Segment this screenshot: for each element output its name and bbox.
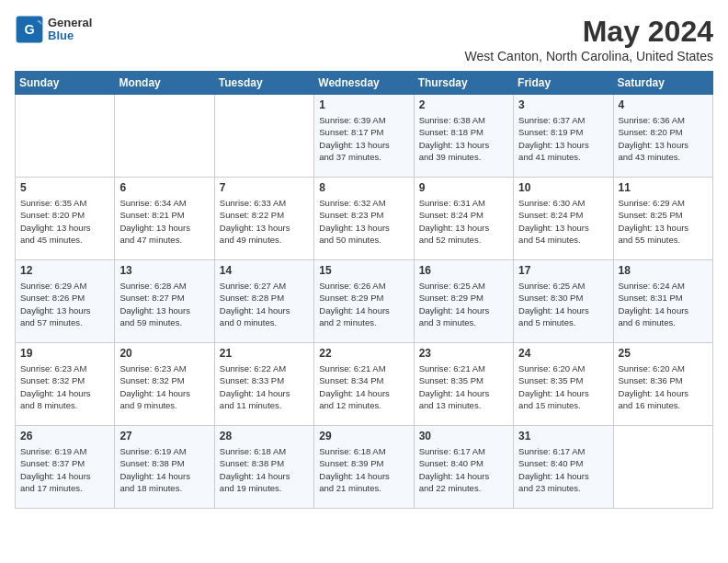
day-info: Sunrise: 6:36 AM Sunset: 8:20 PM Dayligh… [619, 114, 708, 163]
day-info: Sunrise: 6:26 AM Sunset: 8:29 PM Dayligh… [319, 280, 408, 328]
day-number: 18 [619, 264, 708, 277]
day-number: 5 [20, 181, 109, 194]
header-day-monday: Monday [115, 72, 214, 95]
day-info: Sunrise: 6:20 AM Sunset: 8:35 PM Dayligh… [518, 362, 608, 411]
day-info: Sunrise: 6:30 AM Sunset: 8:24 PM Dayligh… [518, 197, 608, 246]
calendar-cell: 7Sunrise: 6:33 AM Sunset: 8:22 PM Daylig… [214, 178, 313, 260]
day-info: Sunrise: 6:19 AM Sunset: 8:37 PM Dayligh… [20, 445, 109, 494]
day-number: 10 [518, 181, 608, 194]
calendar-cell: 29Sunrise: 6:18 AM Sunset: 8:39 PM Dayli… [314, 426, 414, 509]
day-info: Sunrise: 6:29 AM Sunset: 8:25 PM Dayligh… [619, 197, 708, 246]
header-day-tuesday: Tuesday [214, 72, 313, 95]
day-info: Sunrise: 6:39 AM Sunset: 8:17 PM Dayligh… [319, 114, 408, 163]
day-number: 31 [518, 430, 608, 442]
day-info: Sunrise: 6:27 AM Sunset: 8:28 PM Dayligh… [220, 280, 309, 328]
calendar-cell: 10Sunrise: 6:30 AM Sunset: 8:24 PM Dayli… [514, 178, 613, 260]
week-row-1: 1Sunrise: 6:39 AM Sunset: 8:17 PM Daylig… [16, 95, 713, 178]
calendar-cell [115, 95, 214, 178]
logo-icon: G [15, 15, 44, 44]
title-block: May 2024 West Canton, North Carolina, Un… [464, 15, 713, 63]
day-number: 9 [419, 181, 508, 194]
day-info: Sunrise: 6:17 AM Sunset: 8:40 PM Dayligh… [419, 445, 508, 494]
header-day-wednesday: Wednesday [314, 72, 414, 95]
logo: G General Blue [15, 15, 92, 44]
day-info: Sunrise: 6:33 AM Sunset: 8:22 PM Dayligh… [220, 197, 309, 246]
calendar-cell: 27Sunrise: 6:19 AM Sunset: 8:38 PM Dayli… [115, 426, 214, 509]
calendar-cell: 25Sunrise: 6:20 AM Sunset: 8:36 PM Dayli… [613, 343, 712, 426]
day-number: 8 [319, 181, 408, 194]
day-info: Sunrise: 6:17 AM Sunset: 8:40 PM Dayligh… [518, 445, 608, 494]
day-info: Sunrise: 6:38 AM Sunset: 8:18 PM Dayligh… [419, 114, 508, 163]
week-row-4: 19Sunrise: 6:23 AM Sunset: 8:32 PM Dayli… [16, 343, 713, 426]
day-number: 15 [319, 264, 408, 277]
calendar-cell: 4Sunrise: 6:36 AM Sunset: 8:20 PM Daylig… [613, 95, 712, 178]
day-number: 4 [619, 98, 708, 111]
day-number: 19 [20, 347, 109, 360]
calendar-cell: 23Sunrise: 6:21 AM Sunset: 8:35 PM Dayli… [414, 343, 513, 426]
logo-text: General Blue [48, 17, 92, 43]
day-info: Sunrise: 6:19 AM Sunset: 8:38 PM Dayligh… [119, 445, 209, 494]
calendar-cell: 9Sunrise: 6:31 AM Sunset: 8:24 PM Daylig… [414, 178, 513, 260]
header-day-sunday: Sunday [16, 72, 115, 95]
day-number: 2 [419, 98, 508, 111]
calendar-cell: 26Sunrise: 6:19 AM Sunset: 8:37 PM Dayli… [16, 426, 115, 509]
header-day-friday: Friday [514, 72, 613, 95]
day-number: 1 [319, 98, 408, 111]
calendar-cell: 8Sunrise: 6:32 AM Sunset: 8:23 PM Daylig… [314, 178, 414, 260]
calendar-cell: 3Sunrise: 6:37 AM Sunset: 8:19 PM Daylig… [514, 95, 613, 178]
day-info: Sunrise: 6:28 AM Sunset: 8:27 PM Dayligh… [119, 280, 209, 328]
calendar-cell: 13Sunrise: 6:28 AM Sunset: 8:27 PM Dayli… [115, 260, 214, 343]
svg-text:G: G [24, 22, 34, 37]
calendar-cell [16, 95, 115, 178]
day-info: Sunrise: 6:18 AM Sunset: 8:39 PM Dayligh… [319, 445, 408, 494]
day-number: 27 [119, 430, 209, 442]
calendar-cell: 6Sunrise: 6:34 AM Sunset: 8:21 PM Daylig… [115, 178, 214, 260]
day-number: 6 [119, 181, 209, 194]
week-row-2: 5Sunrise: 6:35 AM Sunset: 8:20 PM Daylig… [16, 178, 713, 260]
day-info: Sunrise: 6:34 AM Sunset: 8:21 PM Dayligh… [119, 197, 209, 246]
day-number: 16 [419, 264, 508, 277]
day-info: Sunrise: 6:32 AM Sunset: 8:23 PM Dayligh… [319, 197, 408, 246]
day-number: 21 [220, 347, 309, 360]
day-info: Sunrise: 6:18 AM Sunset: 8:38 PM Dayligh… [220, 445, 309, 494]
day-info: Sunrise: 6:21 AM Sunset: 8:35 PM Dayligh… [419, 362, 508, 411]
calendar-cell: 14Sunrise: 6:27 AM Sunset: 8:28 PM Dayli… [214, 260, 313, 343]
day-number: 25 [619, 347, 708, 360]
day-number: 12 [20, 264, 109, 277]
calendar-cell: 28Sunrise: 6:18 AM Sunset: 8:38 PM Dayli… [214, 426, 313, 509]
day-number: 29 [319, 430, 408, 442]
page-header: G General Blue May 2024 West Canton, Nor… [15, 15, 713, 63]
calendar-cell [613, 426, 712, 509]
day-number: 11 [619, 181, 708, 194]
day-number: 30 [419, 430, 508, 442]
day-info: Sunrise: 6:35 AM Sunset: 8:20 PM Dayligh… [20, 197, 109, 246]
calendar-cell [214, 95, 313, 178]
day-info: Sunrise: 6:29 AM Sunset: 8:26 PM Dayligh… [20, 280, 109, 328]
day-info: Sunrise: 6:24 AM Sunset: 8:31 PM Dayligh… [619, 280, 708, 328]
month-year-title: May 2024 [464, 15, 713, 49]
calendar-cell: 22Sunrise: 6:21 AM Sunset: 8:34 PM Dayli… [314, 343, 414, 426]
day-number: 22 [319, 347, 408, 360]
calendar-cell: 17Sunrise: 6:25 AM Sunset: 8:30 PM Dayli… [514, 260, 613, 343]
day-number: 26 [20, 430, 109, 442]
day-number: 17 [518, 264, 608, 277]
day-number: 3 [518, 98, 608, 111]
day-number: 13 [119, 264, 209, 277]
logo-general: General [48, 17, 92, 29]
day-number: 7 [220, 181, 309, 194]
calendar-cell: 12Sunrise: 6:29 AM Sunset: 8:26 PM Dayli… [16, 260, 115, 343]
calendar-cell: 15Sunrise: 6:26 AM Sunset: 8:29 PM Dayli… [314, 260, 414, 343]
calendar-cell: 18Sunrise: 6:24 AM Sunset: 8:31 PM Dayli… [613, 260, 712, 343]
calendar-cell: 30Sunrise: 6:17 AM Sunset: 8:40 PM Dayli… [414, 426, 513, 509]
day-info: Sunrise: 6:22 AM Sunset: 8:33 PM Dayligh… [220, 362, 309, 411]
day-info: Sunrise: 6:23 AM Sunset: 8:32 PM Dayligh… [20, 362, 109, 411]
day-info: Sunrise: 6:23 AM Sunset: 8:32 PM Dayligh… [119, 362, 209, 411]
logo-blue: Blue [48, 29, 92, 42]
calendar-cell: 19Sunrise: 6:23 AM Sunset: 8:32 PM Dayli… [16, 343, 115, 426]
calendar-cell: 21Sunrise: 6:22 AM Sunset: 8:33 PM Dayli… [214, 343, 313, 426]
day-number: 24 [518, 347, 608, 360]
calendar-cell: 24Sunrise: 6:20 AM Sunset: 8:35 PM Dayli… [514, 343, 613, 426]
day-info: Sunrise: 6:20 AM Sunset: 8:36 PM Dayligh… [619, 362, 708, 411]
day-info: Sunrise: 6:37 AM Sunset: 8:19 PM Dayligh… [518, 114, 608, 163]
header-day-thursday: Thursday [414, 72, 513, 95]
